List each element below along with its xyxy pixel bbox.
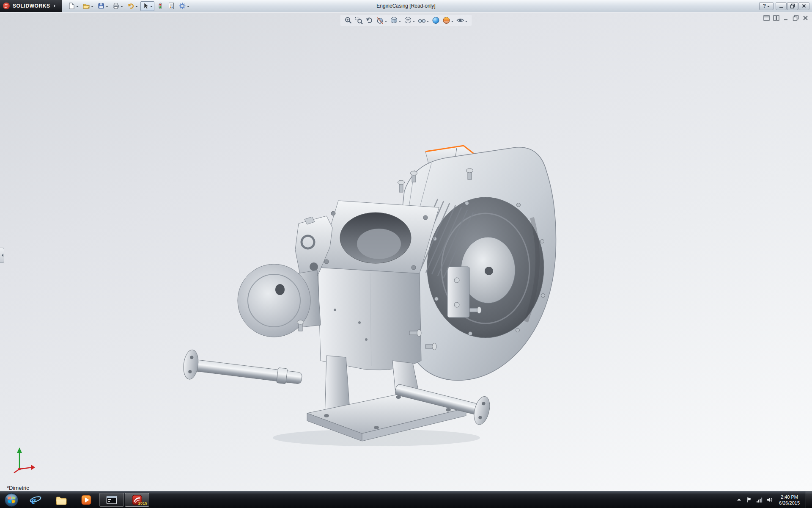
hide-show-items-button[interactable]	[417, 16, 430, 25]
flywheel-cover[interactable]	[238, 264, 321, 337]
volume-button[interactable]	[766, 497, 773, 503]
taskbar: e	[0, 491, 812, 508]
close-button[interactable]	[798, 2, 809, 10]
title-bar: SOLIDWORKS	[0, 0, 812, 12]
tile-windows-button[interactable]	[773, 15, 779, 21]
volume-speaker-icon	[766, 497, 773, 503]
document-window-controls	[763, 15, 809, 21]
show-hidden-icons-caret-icon	[736, 497, 742, 503]
brand-text: SOLIDWORKS	[13, 3, 50, 9]
cylinder-block-front[interactable]	[318, 268, 421, 370]
dropdown-caret-icon[interactable]	[187, 6, 189, 8]
restore-icon	[790, 3, 795, 8]
taskbar-item-solidworks-2015[interactable]: 2015	[125, 493, 149, 507]
windows-start-orb-icon	[4, 492, 19, 508]
view-settings-button[interactable]	[456, 16, 469, 25]
graphics-viewport[interactable]: *Dimetric	[0, 13, 812, 491]
selection-filter-button[interactable]	[155, 1, 165, 11]
solidworks-version-badge: 2015	[138, 501, 147, 505]
window-controls: ?	[759, 2, 812, 10]
dropdown-caret-icon[interactable]	[451, 21, 454, 23]
taskbar-clock[interactable]: 2:40 PM 6/26/2015	[776, 494, 802, 506]
dropdown-caret-icon[interactable]	[106, 6, 108, 8]
zoom-to-fit-icon	[344, 16, 353, 25]
dropdown-caret-icon[interactable]	[427, 21, 429, 23]
print-button[interactable]	[111, 1, 125, 11]
network-status-button[interactable]	[756, 497, 763, 503]
dropdown-caret-icon[interactable]	[91, 6, 93, 8]
dropdown-caret-icon[interactable]	[413, 21, 415, 23]
restore-document-button[interactable]	[793, 15, 799, 21]
dropdown-caret-icon[interactable]	[76, 6, 79, 8]
help-label: ?	[763, 3, 766, 9]
section-view-button[interactable]	[376, 16, 388, 25]
restore-document-icon	[793, 15, 799, 21]
action-center-button[interactable]	[746, 497, 752, 503]
edit-appearance-button[interactable]	[431, 16, 441, 25]
dropdown-caret-icon[interactable]	[135, 6, 138, 8]
new-window-button[interactable]	[763, 15, 770, 21]
print-icon	[112, 2, 120, 10]
show-desktop-button[interactable]	[806, 491, 812, 508]
command-prompt-icon	[106, 494, 118, 506]
restore-button[interactable]	[787, 2, 798, 10]
options-gear-icon	[178, 2, 186, 10]
network-icon	[756, 497, 763, 503]
show-hidden-icons-button[interactable]	[736, 497, 742, 503]
engine-casing-model[interactable]	[178, 141, 558, 456]
dropdown-caret-icon[interactable]	[399, 21, 401, 23]
help-dropdown-caret-icon	[767, 6, 770, 8]
display-style-icon	[404, 16, 412, 25]
edit-appearance-sphere-icon	[432, 16, 440, 25]
close-document-button[interactable]	[802, 15, 809, 21]
apply-scene-button[interactable]	[442, 16, 455, 25]
close-icon	[801, 3, 807, 8]
collapse-arrow-icon	[0, 254, 3, 257]
help-button[interactable]: ?	[759, 2, 774, 10]
logo-expand-arrow-icon[interactable]	[54, 4, 57, 8]
heads-up-view-toolbar	[340, 15, 472, 26]
coordinate-triad	[11, 446, 36, 474]
dropdown-caret-icon[interactable]	[385, 21, 387, 23]
file-properties-button[interactable]	[166, 1, 176, 11]
ds-logo-icon	[3, 2, 10, 10]
task-pane-collapse-tab[interactable]	[0, 248, 4, 263]
new-window-icon	[763, 15, 770, 21]
quick-access-toolbar	[66, 1, 191, 11]
zoom-to-area-button[interactable]	[354, 16, 364, 25]
file-properties-icon	[167, 2, 175, 10]
previous-view-button[interactable]	[365, 16, 374, 25]
zoom-to-fit-button[interactable]	[344, 16, 353, 25]
select-button[interactable]	[140, 1, 154, 11]
taskbar-item-windows-explorer[interactable]	[49, 493, 73, 507]
clock-date: 6/26/2015	[779, 500, 800, 506]
new-document-icon	[68, 2, 75, 10]
view-orientation-button[interactable]	[390, 16, 402, 25]
open-folder-icon	[82, 2, 90, 10]
open-document-button[interactable]	[81, 1, 95, 11]
action-center-flag-icon	[746, 497, 752, 503]
options-button[interactable]	[177, 1, 191, 11]
minimize-button[interactable]	[776, 2, 787, 10]
view-settings-eye-icon	[456, 16, 465, 25]
new-document-button[interactable]	[66, 1, 80, 11]
cylinder-block-top[interactable]	[318, 201, 439, 273]
left-shaft[interactable]	[182, 349, 303, 393]
start-button[interactable]	[0, 491, 23, 508]
dropdown-caret-icon[interactable]	[150, 6, 153, 8]
minimize-icon	[779, 3, 784, 8]
display-style-button[interactable]	[403, 16, 416, 25]
taskbar-item-command-prompt[interactable]	[99, 493, 124, 507]
dropdown-caret-icon[interactable]	[465, 21, 468, 23]
screen: SOLIDWORKS	[0, 0, 812, 508]
previous-view-icon	[365, 16, 374, 25]
view-orientation-label: *Dimetric	[7, 485, 29, 491]
taskbar-item-media-player[interactable]	[74, 493, 99, 507]
taskbar-item-internet-explorer[interactable]: e	[23, 493, 48, 507]
dropdown-caret-icon[interactable]	[121, 6, 123, 8]
close-document-icon	[802, 15, 809, 21]
section-view-icon	[376, 16, 384, 25]
minimize-document-button[interactable]	[783, 15, 789, 21]
save-button[interactable]	[96, 1, 110, 11]
undo-button[interactable]	[126, 1, 140, 11]
